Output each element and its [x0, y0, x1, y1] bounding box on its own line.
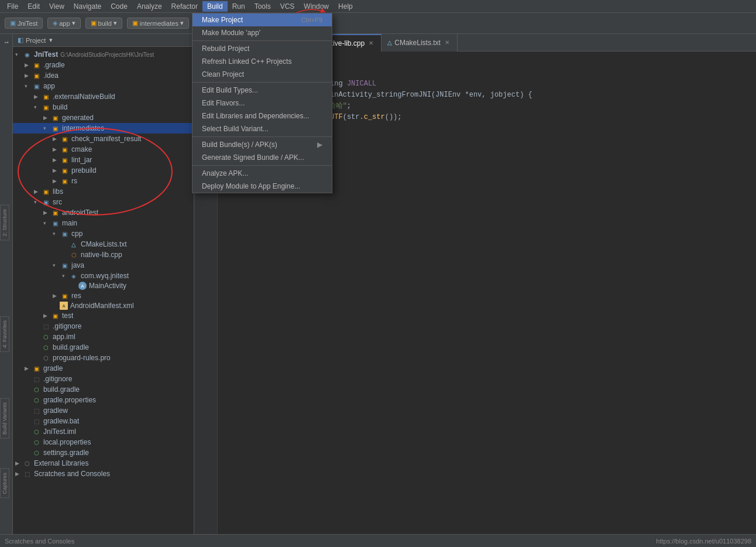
menu-code[interactable]: Code: [106, 1, 132, 12]
module-selector[interactable]: ◈ app ▾: [47, 18, 80, 29]
list-item[interactable]: ▶ ▣ cmake: [13, 144, 194, 155]
list-item[interactable]: ▾ ▣ src: [13, 197, 194, 207]
arrow: ▶: [34, 94, 41, 100]
menu-tools[interactable]: Tools: [250, 1, 276, 12]
folder-icon: ▣: [50, 113, 60, 122]
menu-edit-build-types[interactable]: Edit Build Types...: [193, 84, 332, 97]
tab-close-cmake[interactable]: ✕: [443, 39, 451, 47]
menu-run[interactable]: Run: [228, 1, 250, 12]
menu-clean-project[interactable]: Clean Project: [193, 68, 332, 81]
tree-scratches[interactable]: ▶ ⬚ Scratches and Consoles: [13, 469, 194, 479]
status-bar: Scratches and Consoles https://blog.csdn…: [0, 534, 756, 547]
list-item[interactable]: ⬡ build.gradle: [13, 342, 194, 353]
list-item[interactable]: ⬡ local.properties: [13, 437, 194, 447]
folder-icon: ▣: [32, 60, 41, 70]
structure-side-label[interactable]: 2: Structure: [0, 205, 9, 241]
project-icon-btn[interactable]: ▣ JniTest: [5, 18, 43, 29]
item-label: JniTest.iml: [43, 428, 76, 436]
menu-refactor[interactable]: Refactor: [167, 1, 202, 12]
menu-make-module[interactable]: Make Module 'app': [193, 26, 332, 39]
list-item[interactable]: ⬡ app.iml: [13, 331, 194, 342]
list-item[interactable]: ▶ ▣ libs: [13, 186, 194, 197]
list-item[interactable]: ⬚ gradlew.bat: [13, 416, 194, 426]
list-item[interactable]: ▾ ▣ build: [13, 102, 194, 112]
folder-icon: ▣: [60, 134, 69, 143]
menu-window[interactable]: Window: [299, 1, 334, 12]
menu-navigate[interactable]: Navigate: [69, 1, 106, 12]
file-tree: ▾ ◉ JniTest G:\AndroidStudioProjectsHK\J…: [13, 47, 194, 534]
list-item[interactable]: ▶ ▣ generated: [13, 112, 194, 123]
list-item[interactable]: ▾ ◈ com.wyq.jnitest: [13, 271, 194, 281]
item-label: .gradle: [43, 61, 65, 69]
build-bundle-label: Build Bundle(s) / APK(s): [202, 141, 277, 149]
list-item[interactable]: ▶ ▣ .gradle: [13, 60, 194, 70]
list-item[interactable]: ▶ ▣ test: [13, 310, 194, 321]
list-item[interactable]: ▶ ▣ androidTest: [13, 207, 194, 218]
item-label: build: [53, 103, 67, 111]
favorites-side-label[interactable]: 4: Favorites: [0, 316, 9, 352]
list-item[interactable]: ▶ ▣ .externalNativeBuild: [13, 91, 194, 102]
menu-edit[interactable]: Edit: [23, 1, 44, 12]
list-item[interactable]: ⬡ proguard-rules.pro: [13, 353, 194, 363]
menu-build[interactable]: Build: [202, 1, 228, 12]
list-item[interactable]: ⬚ .gitignore: [13, 321, 194, 331]
menu-build-bundle-apk[interactable]: Build Bundle(s) / APK(s) ▶: [193, 138, 332, 151]
tab-cmakelists[interactable]: △ CMakeLists.txt ✕: [382, 34, 458, 52]
project-panel-dropdown[interactable]: ▾: [49, 36, 53, 44]
build-selector[interactable]: ▣ build ▾: [85, 18, 122, 29]
item-label: local.properties: [43, 438, 91, 446]
project-panel: ◧ Project ▾ ▾ ◉ JniTest G:\AndroidStudio…: [13, 34, 194, 534]
list-item[interactable]: ⬡ gradle.properties: [13, 395, 194, 405]
list-item[interactable]: ⬡ build.gradle: [13, 384, 194, 395]
list-item[interactable]: ▶ ▣ .idea: [13, 70, 194, 81]
menu-file[interactable]: File: [2, 1, 23, 12]
list-item[interactable]: ▾ ▣ app: [13, 81, 194, 91]
list-item[interactable]: △ CMakeLists.txt: [13, 239, 194, 249]
menu-analyze[interactable]: Analyze: [132, 1, 167, 12]
menu-make-project[interactable]: Make Project Ctrl+F9: [193, 13, 332, 26]
list-item[interactable]: ▶ ▣ res: [13, 290, 194, 301]
tab-close-native[interactable]: ✕: [367, 39, 375, 47]
tree-root[interactable]: ▾ ◉ JniTest G:\AndroidStudioProjectsHK\J…: [13, 49, 194, 60]
list-item[interactable]: ⬡ native-lib.cpp: [13, 249, 194, 260]
menu-view[interactable]: View: [44, 1, 69, 12]
list-item[interactable]: ⬚ .gitignore: [13, 374, 194, 384]
edit-build-types-label: Edit Build Types...: [202, 86, 258, 94]
folder-icon: ▣: [50, 208, 60, 217]
build-variants-side-label[interactable]: Build Variants: [0, 398, 9, 439]
list-item[interactable]: ⬚ gradlew: [13, 405, 194, 416]
list-item[interactable]: ▶ ▣ rs: [13, 176, 194, 186]
intermediates-icon: ▣: [132, 19, 138, 27]
list-item[interactable]: ▶ ▣ gradle: [13, 363, 194, 374]
intermediates-selector[interactable]: ▣ intermediates ▾: [127, 18, 189, 29]
tree-intermediates[interactable]: ▾ ▣ intermediates: [13, 123, 194, 134]
list-item[interactable]: ⬡ JniTest.iml: [13, 426, 194, 437]
menu-generate-signed[interactable]: Generate Signed Bundle / APK...: [193, 151, 332, 164]
list-item[interactable]: ⬡ settings.gradle: [13, 447, 194, 458]
arrow: ▶: [43, 210, 50, 216]
menu-help[interactable]: Help: [334, 1, 358, 12]
list-item[interactable]: ▶ ⬡ External Libraries: [13, 458, 194, 469]
list-item[interactable]: A MainActivity: [13, 281, 194, 290]
list-item[interactable]: ▾ ▣ cpp: [13, 228, 194, 239]
menu-deploy-app-engine[interactable]: Deploy Module to App Engine...: [193, 180, 332, 193]
project-panel-title: Project: [26, 37, 46, 44]
list-item[interactable]: ▶ ▣ lint_jar: [13, 155, 194, 165]
menu-refresh-cpp[interactable]: Refresh Linked C++ Projects: [193, 55, 332, 68]
props-icon: ⬡: [32, 437, 41, 447]
menu-analyze-apk[interactable]: Analyze APK...: [193, 167, 332, 180]
menu-vcs[interactable]: VCS: [276, 1, 300, 12]
list-item[interactable]: ▶ ▣ prebuild: [13, 165, 194, 176]
list-item[interactable]: ▶ ▣ check_manifest_result: [13, 134, 194, 144]
menu-edit-libraries[interactable]: Edit Libraries and Dependencies...: [193, 110, 332, 122]
project-sidebar-icon[interactable]: 1: [1, 36, 12, 48]
menu-rebuild-project[interactable]: Rebuild Project: [193, 42, 332, 55]
menu-select-build-variant[interactable]: Select Build Variant...: [193, 122, 332, 135]
list-item[interactable]: ▾ ▣ java: [13, 260, 194, 271]
scratches-status-label[interactable]: Scratches and Consoles: [5, 538, 74, 545]
list-item[interactable]: ▾ ▣ main: [13, 218, 194, 228]
captures-side-label[interactable]: Captures: [0, 469, 9, 498]
menu-edit-flavors[interactable]: Edit Flavors...: [193, 97, 332, 110]
list-item[interactable]: A AndroidManifest.xml: [13, 301, 194, 310]
root-icon: ◉: [22, 50, 32, 59]
